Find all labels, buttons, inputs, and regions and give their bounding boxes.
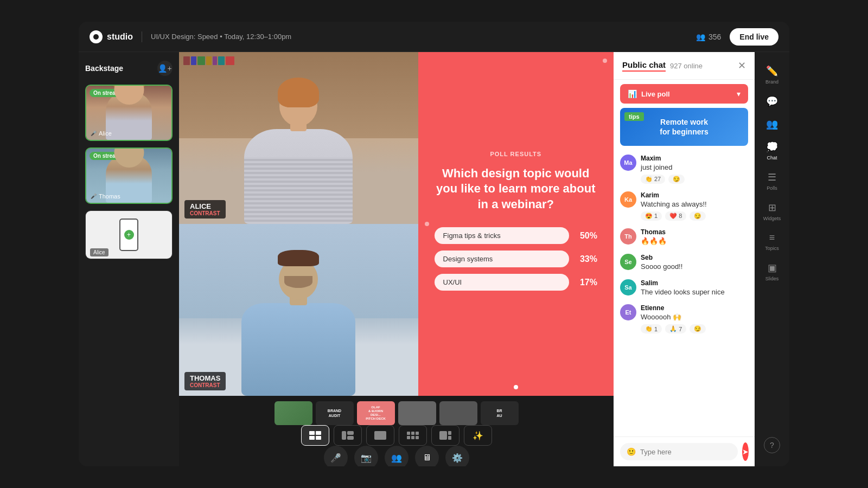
magic-icon: ✨ [473, 431, 483, 441]
slide-thumb-5[interactable] [439, 401, 477, 425]
screen-share-name: Alice [90, 248, 108, 256]
chat-message-thomas: Th Thomas 🔥🔥🔥 [620, 228, 748, 246]
end-live-button[interactable]: End live [730, 28, 778, 46]
viewers-icon: 👥 [696, 33, 705, 41]
msg-name-karim: Karim [641, 191, 748, 199]
sidebar-item-slides[interactable]: ▣ Slides [758, 258, 786, 286]
chat-panel: Public chat 927 online ✕ 📊 Live poll ▾ t… [614, 52, 755, 466]
slides-label: Slides [765, 276, 779, 281]
polls-icon: ☰ [768, 171, 776, 183]
close-chat-button[interactable]: ✕ [738, 60, 746, 72]
msg-name-seb: Seb [641, 254, 748, 261]
slide-thumb-1[interactable] [275, 401, 312, 425]
slide-thumb-4[interactable] [398, 401, 436, 425]
chat-messages: Ma Maxim just joined 👏 27 😏 Ka Karim [614, 150, 755, 436]
reaction-pill[interactable]: 😏 [690, 211, 706, 221]
msg-text-seb: Soooo good!! [641, 262, 748, 272]
chat-label: Chat [767, 155, 777, 160]
participant-card-thomas[interactable]: On stream 🎤 Thomas [85, 147, 173, 204]
sidebar-item-comment[interactable]: 💬 [758, 91, 786, 112]
layout-split-button[interactable] [301, 425, 329, 446]
slide-thumb-6[interactable]: BRAU [481, 401, 519, 425]
video-left: ALICE CONTRAST [179, 52, 418, 396]
msg-text-etienne: Woooooh 🙌 [641, 313, 748, 322]
avatar-etienne: Et [620, 304, 636, 320]
backstage-title: Backstage [85, 64, 123, 73]
polls-label: Polls [767, 185, 777, 191]
people-sidebar-icon: 👥 [766, 118, 778, 130]
logo-icon [90, 30, 103, 43]
reaction-pill[interactable]: 👏 27 [641, 175, 665, 184]
video-container: ALICE CONTRAST [179, 52, 614, 396]
poll-question: Which design topic would you like to lea… [435, 166, 597, 213]
reactions-maxim: 👏 27 😏 [641, 175, 748, 184]
sidebar-item-polls[interactable]: ☰ Polls [758, 167, 786, 195]
reaction-pill[interactable]: 🙏 7 [665, 324, 686, 333]
screen-button[interactable]: 🖥 [415, 446, 439, 466]
reaction-pill[interactable]: 😏 [668, 175, 685, 184]
svg-rect-5 [448, 431, 451, 435]
svg-rect-3 [374, 431, 386, 440]
sidebar-item-topics[interactable]: ≡ Topics [758, 228, 786, 255]
chat-message-maxim: Ma Maxim just joined 👏 27 😏 [620, 155, 748, 184]
reactions-karim: 😍 1 ❤️ 8 😏 [641, 211, 748, 221]
layout-grid-button[interactable] [399, 425, 427, 446]
backstage-header: Backstage 👤+ [85, 61, 173, 76]
msg-text-thomas: 🔥🔥🔥 [641, 237, 748, 246]
people-button[interactable]: 👥 [385, 446, 409, 466]
slide-thumb-3[interactable]: OLAF& BJORNDESI...PITCH DECK [357, 401, 395, 425]
layout-focus-button[interactable] [431, 425, 459, 446]
sidebar-left: Backstage 👤+ On stream 🎤 [79, 52, 179, 466]
add-person-button[interactable]: 👤+ [157, 61, 173, 76]
send-button[interactable]: ➤ [742, 442, 749, 461]
reaction-pill[interactable]: 😍 1 [641, 211, 662, 221]
reaction-pill[interactable]: 😏 [690, 324, 706, 333]
send-icon: ➤ [742, 447, 749, 456]
poll-option-label-1: Figma tips & tricks [435, 227, 569, 244]
reaction-pill[interactable]: 👏 1 [641, 324, 662, 333]
poll-option-3: UX/UI 17% [435, 274, 597, 291]
avatar-seb: Se [620, 254, 636, 270]
widgets-label: Widgets [763, 216, 781, 221]
comment-icon: 💬 [766, 95, 778, 107]
layout-single-button[interactable] [366, 425, 394, 446]
settings-icon: ⚙️ [452, 453, 463, 463]
chat-input[interactable] [640, 448, 731, 456]
emoji-button[interactable]: 🙂 [627, 447, 636, 456]
participant-card-alice[interactable]: On stream 🎤 Alice [85, 85, 173, 141]
poll-results-label: POLL RESULTS [490, 151, 541, 157]
event-title: UI/UX Design: Speed • Today, 12:30–1:00p… [151, 33, 291, 41]
help-button[interactable]: ? [764, 437, 780, 453]
msg-name-etienne: Etienne [641, 304, 748, 312]
topics-icon: ≡ [769, 232, 775, 243]
slide-thumb-2[interactable]: BRANDAUDIT [316, 401, 354, 425]
svg-rect-6 [448, 436, 451, 440]
sidebar-item-widgets[interactable]: ⊞ Widgets [758, 197, 786, 226]
settings-button[interactable]: ⚙️ [445, 446, 469, 466]
alice-name: 🎤 Alice [91, 130, 112, 137]
poll-option-2: Design systems 33% [435, 251, 597, 267]
featured-text: Remote workfor beginners [660, 117, 708, 137]
add-person-icon: 👤+ [158, 64, 171, 73]
camera-button[interactable]: 📷 [354, 446, 378, 466]
mic-button[interactable]: 🎤 [324, 446, 348, 466]
video-alice: ALICE CONTRAST [179, 52, 418, 224]
sidebar-item-people[interactable]: 👥 [758, 114, 786, 134]
brand-label: Brand [765, 79, 778, 85]
poll-options: Figma tips & tricks 50% Design systems 3… [435, 227, 597, 297]
msg-name-maxim: Maxim [641, 155, 748, 162]
sidebar-item-brand[interactable]: ✏️ Brand [758, 61, 786, 89]
layout-magic-button[interactable]: ✨ [464, 425, 492, 446]
msg-text-salim: The video looks super nice [641, 288, 748, 297]
layout-side-button[interactable] [334, 425, 362, 446]
sidebar-item-chat[interactable]: 💭 Chat [758, 137, 786, 165]
reaction-pill[interactable]: ❤️ 8 [665, 211, 686, 221]
live-poll-banner[interactable]: 📊 Live poll ▾ [620, 84, 748, 104]
thomas-name: 🎤 Thomas [91, 193, 120, 200]
media-controls: 🎤 📷 👥 🖥 ⚙️ [324, 446, 469, 466]
svg-rect-4 [439, 431, 447, 440]
screen-share-card[interactable]: + Alice [85, 210, 173, 259]
chat-input-wrap: 🙂 [620, 443, 738, 460]
logo-text: studio [107, 32, 133, 42]
chat-input-area: 🙂 ➤ [614, 436, 755, 466]
